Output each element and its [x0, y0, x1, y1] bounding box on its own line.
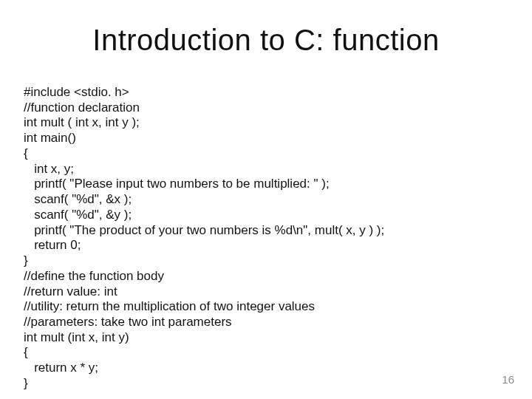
slide-title: Introduction to C: function	[0, 24, 532, 57]
slide: Introduction to C: function #include <st…	[0, 0, 532, 399]
page-number: 16	[502, 373, 514, 386]
code-block: #include <stdio. h> //function declarati…	[24, 85, 488, 392]
